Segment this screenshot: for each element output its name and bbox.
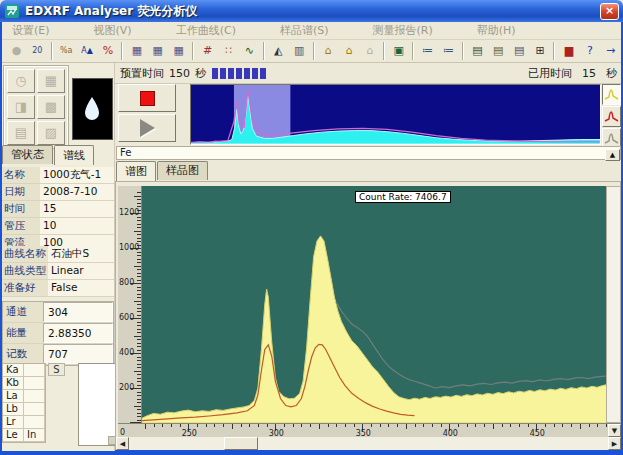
marker-up-button[interactable]: ▲ bbox=[605, 149, 620, 161]
property-value: 2008-7-10 bbox=[40, 184, 114, 200]
list-options-button[interactable]: ≔ bbox=[438, 41, 459, 61]
menu-item-work-curve[interactable]: 工作曲线(C) bbox=[166, 22, 246, 39]
grid-button[interactable]: # bbox=[197, 41, 218, 61]
spectrum-chart-button[interactable]: ∿ bbox=[239, 41, 260, 61]
elapsed-time-label: 已用时间 bbox=[528, 66, 572, 81]
monitor-button[interactable]: ▣ bbox=[388, 41, 409, 61]
list-options-icon: ≔ bbox=[439, 42, 458, 60]
grid-3-button[interactable]: ▨ bbox=[37, 121, 65, 145]
mirror-peak-button[interactable]: ◭ bbox=[268, 41, 289, 61]
spectral-lines-table: KaKbLaLbLrLeIn bbox=[2, 363, 46, 443]
home-load-button[interactable]: ⌂ bbox=[318, 41, 339, 61]
clock-button[interactable]: ◷ bbox=[7, 69, 35, 93]
x-tick bbox=[345, 424, 346, 427]
print-setup-icon: ▤ bbox=[510, 42, 529, 60]
y-tick bbox=[137, 227, 141, 228]
line-cell: La bbox=[3, 390, 24, 402]
scroll-right-button[interactable]: ▶ bbox=[608, 437, 621, 450]
line-cell: Le bbox=[3, 429, 24, 441]
y-tick bbox=[137, 413, 141, 414]
x-tick bbox=[519, 424, 520, 427]
tab-sample-view[interactable]: 样品图 bbox=[157, 161, 208, 180]
y-tick bbox=[137, 378, 141, 379]
scroll-left-button[interactable]: ◀ bbox=[116, 437, 129, 450]
y-tick-label: 400 bbox=[119, 348, 134, 357]
progress-segment bbox=[228, 68, 234, 79]
exit-button[interactable]: → bbox=[600, 41, 621, 61]
doc-button[interactable]: ▤ bbox=[7, 121, 35, 145]
calculator-icon: ⊞ bbox=[531, 42, 550, 60]
preset-clock-button[interactable]: 20 bbox=[27, 41, 48, 61]
toolbar-separator bbox=[263, 42, 265, 60]
red-peak-button[interactable] bbox=[602, 106, 621, 127]
panel-layout-button[interactable]: ▥ bbox=[289, 41, 310, 61]
main-tabs: 谱图样品图 bbox=[116, 162, 621, 180]
home-disabled-button[interactable]: ⌂ bbox=[359, 41, 380, 61]
edit-button[interactable]: ◨ bbox=[7, 95, 35, 119]
progress-segment bbox=[260, 68, 266, 79]
menu-item-settings[interactable]: 设置(E) bbox=[2, 22, 60, 39]
table-insert-button[interactable]: ▦ bbox=[168, 41, 189, 61]
dot-grid-button[interactable]: ∷ bbox=[218, 41, 239, 61]
print-preview-button[interactable]: ▤ bbox=[488, 41, 509, 61]
spectrum-preview[interactable] bbox=[190, 84, 601, 145]
element-field[interactable]: Fe bbox=[116, 146, 621, 160]
y-tick bbox=[137, 402, 141, 403]
home-save-icon: ⌂ bbox=[339, 42, 358, 60]
print-setup-button[interactable]: ▤ bbox=[509, 41, 530, 61]
mirror-peak-icon: ◭ bbox=[269, 42, 288, 60]
yellow-peak-button[interactable] bbox=[602, 84, 621, 105]
help-book-button[interactable]: ▆ bbox=[558, 41, 579, 61]
element-listbox[interactable] bbox=[78, 363, 117, 446]
elapsed-time-unit: 秒 bbox=[606, 66, 617, 81]
vertical-scrollbar[interactable] bbox=[606, 186, 621, 423]
toolbar-separator bbox=[313, 42, 315, 60]
x-tick bbox=[484, 424, 485, 427]
grid-2-button[interactable]: ▩ bbox=[37, 95, 65, 119]
tab-tube-status[interactable]: 管状态 bbox=[2, 145, 53, 164]
start-button[interactable] bbox=[118, 114, 176, 142]
y-tick bbox=[137, 262, 141, 263]
line-cell: Kb bbox=[3, 377, 24, 389]
context-help-button[interactable]: ? bbox=[579, 41, 600, 61]
calibrate-a-button[interactable]: A▲ bbox=[77, 41, 98, 61]
x-tick-label: 300 bbox=[265, 429, 287, 437]
tab-spectrum-view[interactable]: 谱图 bbox=[116, 161, 156, 181]
table-delete-button[interactable]: ▦ bbox=[147, 41, 168, 61]
sphere-button[interactable]: ● bbox=[6, 41, 27, 61]
y-tick bbox=[137, 343, 141, 344]
measurement-properties: 名称1000充气-1日期2008-7-10时间15管压10管流100 bbox=[2, 167, 114, 252]
spectrum-plot[interactable]: Count Rate: 7406.7 bbox=[142, 186, 606, 423]
scroll-thumb[interactable] bbox=[224, 437, 258, 450]
menu-item-sample-spectrum[interactable]: 样品谱(S) bbox=[270, 22, 339, 39]
axis-down-button[interactable]: ▼ bbox=[608, 424, 621, 437]
drop-icon bbox=[73, 79, 112, 139]
line-cell bbox=[24, 364, 45, 376]
percent-2-button[interactable]: % bbox=[98, 41, 119, 61]
close-button[interactable]: × bbox=[600, 3, 619, 20]
y-tick bbox=[137, 416, 141, 417]
toolbar-separator bbox=[383, 42, 385, 60]
y-tick bbox=[137, 192, 141, 193]
property-value: False bbox=[48, 280, 114, 296]
print-button[interactable]: ▤ bbox=[467, 41, 488, 61]
home-save-button[interactable]: ⌂ bbox=[338, 41, 359, 61]
list-settings-button[interactable]: ≔ bbox=[417, 41, 438, 61]
x-tick bbox=[241, 424, 242, 427]
title-bar[interactable]: EDXRF Analyser 荧光分析仪 × bbox=[0, 0, 623, 22]
y-tick-label: 800 bbox=[119, 278, 134, 287]
table-new-button[interactable]: ▦ bbox=[126, 41, 147, 61]
stop-button[interactable] bbox=[118, 84, 176, 112]
calculator-button[interactable]: ⊞ bbox=[530, 41, 551, 61]
menu-item-measure-report[interactable]: 测量报告(R) bbox=[363, 22, 443, 39]
horizontal-scrollbar[interactable]: ◀ ▶ bbox=[116, 437, 621, 450]
tab-spectral-lines[interactable]: 谱线 bbox=[54, 145, 94, 165]
y-tick bbox=[137, 339, 141, 340]
time-panel: 预置时间 150 秒 已用时间 15 秒 bbox=[115, 63, 621, 84]
y-tick bbox=[134, 266, 141, 267]
grid-1-button[interactable]: ▦ bbox=[37, 69, 65, 93]
menu-item-view[interactable]: 视图(V) bbox=[84, 22, 142, 39]
element-column-header: S bbox=[48, 363, 65, 376]
percent-a-button[interactable]: %a bbox=[56, 41, 77, 61]
menu-item-help[interactable]: 帮助(H) bbox=[467, 22, 526, 39]
